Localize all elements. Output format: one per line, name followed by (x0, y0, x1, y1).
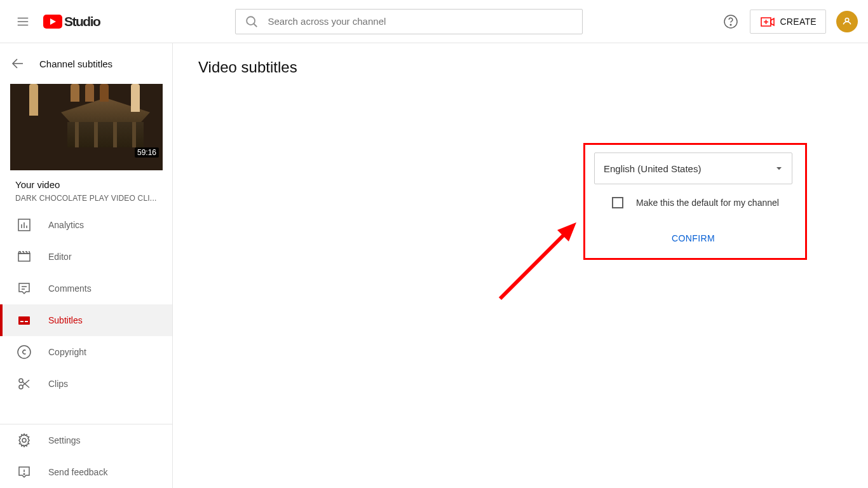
video-info: Your video DARK CHOCOLATE PLAY VIDEO CLI… (0, 179, 172, 209)
create-label: CREATE (780, 17, 817, 27)
comments-icon (17, 281, 32, 296)
subtitles-icon (17, 313, 32, 328)
language-dropdown[interactable]: English (United States) (594, 152, 792, 184)
avatar-icon (840, 15, 854, 29)
sidebar-item-label: Send feedback (48, 467, 107, 477)
arrow-left-icon (10, 56, 25, 71)
avatar[interactable] (836, 11, 858, 32)
svg-point-27 (22, 438, 26, 442)
help-button[interactable] (718, 9, 743, 34)
your-video-label: Your video (15, 179, 157, 190)
page-title: Video subtitles (198, 58, 843, 76)
svg-rect-21 (25, 321, 28, 322)
default-checkbox-row: Make this the default for my channel (612, 197, 792, 208)
youtube-icon (43, 15, 62, 29)
search-wrap (100, 9, 718, 34)
svg-line-31 (500, 229, 570, 299)
back-label: Channel subtitles (39, 58, 112, 69)
header-right: CREATE (718, 9, 858, 34)
hamburger-icon (16, 15, 30, 29)
default-checkbox-label: Make this the default for my channel (636, 198, 779, 208)
sidebar-item-settings[interactable]: Settings (0, 424, 172, 456)
sidebar-item-feedback[interactable]: Send feedback (0, 456, 172, 488)
sidebar-item-label: Editor (48, 252, 72, 262)
svg-line-4 (254, 24, 257, 27)
language-selected-value: English (United States) (604, 163, 701, 174)
sidebar-item-label: Analytics (48, 220, 84, 230)
main-content: Video subtitles English (United States) … (173, 43, 868, 488)
search-box[interactable] (235, 9, 583, 34)
annotation-arrow-icon (494, 216, 583, 305)
sidebar-item-label: Subtitles (48, 315, 83, 325)
editor-icon (17, 249, 32, 264)
svg-point-22 (18, 346, 31, 358)
sidebar-item-clips[interactable]: Clips (0, 368, 172, 400)
search-icon (245, 15, 259, 29)
sidebar-item-label: Comments (48, 283, 92, 294)
sidebar-item-label: Clips (48, 379, 68, 389)
svg-point-24 (19, 385, 23, 389)
svg-point-3 (247, 17, 255, 25)
hamburger-menu-button[interactable] (10, 9, 36, 34)
svg-marker-30 (776, 167, 782, 170)
back-to-channel-subtitles[interactable]: Channel subtitles (0, 43, 172, 84)
clips-icon (17, 376, 32, 391)
create-icon (759, 14, 775, 29)
logo-text: Studio (64, 14, 100, 29)
help-icon (723, 14, 738, 29)
copyright-icon (17, 344, 32, 360)
default-checkbox[interactable] (612, 197, 623, 208)
svg-point-6 (731, 24, 732, 25)
sidebar: Channel subtitles 59:16 Your video DARK … (0, 43, 173, 488)
sidebar-item-label: Copyright (48, 347, 86, 357)
sidebar-nav: Analytics Editor Comments Subtitles Copy… (0, 209, 172, 400)
header: Studio CREATE (0, 0, 868, 43)
video-duration: 59:16 (135, 147, 159, 158)
sidebar-item-label: Settings (48, 435, 81, 445)
create-button[interactable]: CREATE (750, 10, 826, 34)
chevron-down-icon (775, 165, 783, 172)
analytics-icon (17, 217, 32, 233)
video-title: DARK CHOCOLATE PLAY VIDEO CLI... (15, 194, 157, 203)
sidebar-item-copyright[interactable]: Copyright (0, 336, 172, 368)
sidebar-item-editor[interactable]: Editor (0, 241, 172, 273)
svg-marker-32 (557, 222, 576, 241)
confirm-button[interactable]: CONFIRM (672, 233, 715, 243)
sidebar-footer: Settings Send feedback (0, 424, 172, 488)
svg-rect-20 (20, 321, 24, 322)
gear-icon (17, 433, 32, 448)
feedback-icon (17, 464, 32, 480)
search-input[interactable] (268, 16, 573, 27)
svg-point-29 (24, 473, 25, 475)
language-dialog: English (United States) Make this the de… (594, 152, 792, 244)
video-thumbnail[interactable]: 59:16 (10, 84, 163, 170)
svg-point-23 (19, 379, 23, 383)
sidebar-item-subtitles[interactable]: Subtitles (0, 304, 172, 336)
sidebar-item-analytics[interactable]: Analytics (0, 209, 172, 241)
studio-logo[interactable]: Studio (43, 14, 100, 29)
svg-rect-19 (18, 316, 30, 325)
svg-rect-16 (18, 254, 30, 261)
sidebar-item-comments[interactable]: Comments (0, 273, 172, 304)
